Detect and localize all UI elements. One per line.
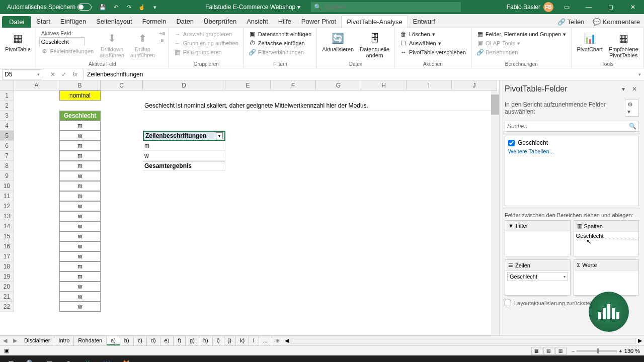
- column-header-C[interactable]: C: [101, 80, 143, 90]
- clear-button[interactable]: 🗑Löschen ▾: [398, 30, 468, 38]
- pane-options-icon[interactable]: ▾: [619, 84, 628, 94]
- undo-icon[interactable]: ↶: [111, 2, 121, 12]
- field-geschlecht[interactable]: Geschlecht: [507, 138, 636, 147]
- column-header-J[interactable]: J: [452, 80, 497, 90]
- cell-B15[interactable]: w: [59, 231, 101, 241]
- tab-entwurf[interactable]: Entwurf: [408, 16, 440, 28]
- insert-slicer-button[interactable]: ▣Datenschnitt einfügen: [247, 30, 313, 38]
- name-box[interactable]: D5▾: [2, 69, 42, 79]
- cell-B18[interactable]: m: [59, 261, 101, 272]
- column-header-G[interactable]: G: [316, 80, 361, 90]
- sheet-nav-next[interactable]: ▶: [10, 337, 20, 344]
- sheet-tab-h)[interactable]: h): [199, 336, 213, 345]
- formula-input[interactable]: Zeilenbeschriftungen: [84, 69, 635, 79]
- column-header-B[interactable]: B: [59, 80, 101, 90]
- cell-B22[interactable]: w: [59, 302, 101, 312]
- row-header-13[interactable]: 13: [0, 211, 14, 221]
- row-header-7[interactable]: 7: [0, 151, 14, 161]
- page-layout-icon[interactable]: ▤: [543, 347, 554, 355]
- column-header-A[interactable]: A: [14, 80, 59, 90]
- horizontal-scrollbar[interactable]: [291, 338, 636, 344]
- values-drop-zone[interactable]: ΣWerte: [574, 259, 639, 296]
- cell-B1[interactable]: nominal: [59, 90, 101, 101]
- drillup-button[interactable]: ⬆Drillup ausführen: [128, 30, 157, 59]
- scroll-left-icon[interactable]: ◀: [285, 337, 289, 344]
- cell-B7[interactable]: m: [59, 151, 101, 161]
- pivottable-button[interactable]: ▦ PivotTable: [3, 30, 33, 53]
- olap-tools-button[interactable]: ▣OLAP-Tools ▾: [474, 39, 568, 47]
- more-tables-link[interactable]: Weitere Tabellen...: [507, 147, 636, 155]
- cell-B8[interactable]: m: [59, 161, 101, 171]
- sheet-tab-c)[interactable]: c): [134, 336, 147, 345]
- sheet-tab-k)[interactable]: k): [236, 336, 249, 345]
- rows-drop-zone[interactable]: ☰Zeilen Geschlecht▾: [505, 259, 571, 296]
- zoom-out-icon[interactable]: −: [572, 348, 575, 354]
- app-icon[interactable]: ◉: [59, 356, 77, 362]
- more-icon[interactable]: ▾: [150, 2, 160, 12]
- relationships-button[interactable]: 🔗Beziehungen: [474, 48, 568, 56]
- cell-B3[interactable]: Geschlecht: [59, 111, 101, 121]
- scroll-right-icon[interactable]: ▶: [638, 337, 642, 344]
- enter-icon[interactable]: ✓: [59, 70, 68, 79]
- sheet-tab-a)[interactable]: a): [107, 336, 120, 345]
- touch-icon[interactable]: ☝: [137, 2, 147, 12]
- minimize-icon[interactable]: —: [580, 0, 598, 14]
- word-icon[interactable]: W: [98, 356, 116, 362]
- cell-B20[interactable]: w: [59, 282, 101, 292]
- cell-B14[interactable]: w: [59, 221, 101, 231]
- cell-D7[interactable]: w: [143, 151, 225, 161]
- cell-B17[interactable]: w: [59, 251, 101, 261]
- vertical-scrollbar[interactable]: [491, 90, 499, 335]
- row-header-6[interactable]: 6: [0, 141, 14, 151]
- close-icon[interactable]: ✕: [624, 0, 642, 14]
- refresh-button[interactable]: 🔄Aktualisieren: [320, 30, 356, 53]
- row-header-20[interactable]: 20: [0, 282, 14, 292]
- column-header-I[interactable]: I: [407, 80, 452, 90]
- cell-B9[interactable]: w: [59, 171, 101, 181]
- search-box[interactable]: 🔍: [310, 2, 461, 13]
- sheet-tab-l[interactable]: l: [249, 336, 259, 345]
- active-field-input[interactable]: [39, 37, 85, 46]
- defer-layout-checkbox[interactable]: [505, 300, 511, 306]
- zoom-slider[interactable]: [577, 350, 617, 352]
- save-icon[interactable]: 💾: [98, 2, 108, 12]
- recommended-pivot-button[interactable]: ▦Empfohlene PivotTables: [607, 30, 640, 59]
- drilldown-button[interactable]: ⬇Drilldown ausführen: [98, 30, 126, 59]
- sheet-tab-b)[interactable]: b): [120, 336, 134, 345]
- tab-ansicht[interactable]: Ansicht: [242, 16, 273, 28]
- field-search-input[interactable]: 🔍: [505, 121, 639, 132]
- column-header-E[interactable]: E: [225, 80, 271, 90]
- cell-B19[interactable]: m: [59, 272, 101, 282]
- expand-formula-icon[interactable]: ▾: [635, 72, 644, 77]
- row-header-11[interactable]: 11: [0, 191, 14, 201]
- filter-connections-button[interactable]: 🔗Filterverbindungen: [247, 48, 313, 56]
- cell-B5[interactable]: w: [59, 131, 101, 141]
- group-field-button[interactable]: ▦Feld gruppieren: [172, 48, 240, 56]
- taskview-icon[interactable]: ▣: [40, 356, 58, 362]
- spreadsheet-grid[interactable]: ABCDEFGHIJ 12345678910111213141516171819…: [0, 80, 499, 335]
- search-taskbar-icon[interactable]: 🔍: [21, 356, 39, 362]
- filter-drop-zone[interactable]: ▼Filter: [505, 220, 571, 256]
- column-header-H[interactable]: H: [361, 80, 407, 90]
- record-macro-icon[interactable]: ▣: [4, 347, 9, 354]
- sheet-tab-e)[interactable]: e): [160, 336, 174, 345]
- zoom-level[interactable]: 130 %: [624, 348, 640, 354]
- row-header-18[interactable]: 18: [0, 261, 14, 272]
- row-header-5[interactable]: 5: [0, 131, 14, 141]
- tab-seitenlayout[interactable]: Seitenlayout: [91, 16, 137, 28]
- autosave-toggle[interactable]: Automatisches Speichern: [4, 3, 95, 12]
- cell-B16[interactable]: w: [59, 241, 101, 251]
- row-header-21[interactable]: 21: [0, 292, 14, 302]
- column-header-F[interactable]: F: [271, 80, 316, 90]
- add-sheet-button[interactable]: ⊕: [272, 337, 283, 344]
- tab-daten[interactable]: Daten: [171, 16, 199, 28]
- data-source-button[interactable]: 🗄Datenquelle ändern: [358, 30, 391, 59]
- cell-D6[interactable]: m: [143, 141, 225, 151]
- row-header-8[interactable]: 8: [0, 161, 14, 171]
- sheet-tab-i)[interactable]: i): [213, 336, 224, 345]
- cell-B4[interactable]: m: [59, 121, 101, 131]
- pane-close-icon[interactable]: ✕: [630, 84, 639, 94]
- row-header-14[interactable]: 14: [0, 221, 14, 231]
- cell-B10[interactable]: m: [59, 181, 101, 191]
- normal-view-icon[interactable]: ▦: [531, 347, 542, 355]
